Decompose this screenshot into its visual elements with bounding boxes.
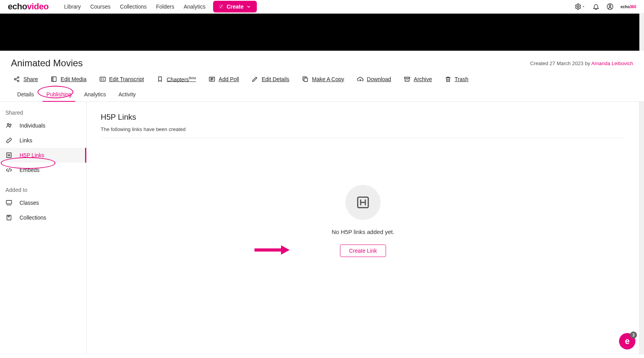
chevron-down-icon [246,4,251,9]
h5p-icon [5,152,12,159]
action-archive-label: Archive [414,76,432,82]
svg-point-11 [7,124,9,126]
sidebar-item-individuals-label: Individuals [20,122,45,129]
publishing-sidebar: Shared Individuals Links H5P Links Embed… [0,102,87,354]
action-chapters[interactable]: ChaptersBeta [157,76,196,83]
action-edit-media[interactable]: Edit Media [50,76,86,83]
svg-rect-6 [52,77,56,82]
nav-collections[interactable]: Collections [120,4,146,10]
sidebar-item-h5p-links[interactable]: H5P Links [0,148,86,163]
action-chapters-label: ChaptersBeta [167,76,196,83]
copy-icon [302,76,309,83]
account-button[interactable] [607,3,614,10]
primary-nav: Library Courses Collections Folders Anal… [64,4,205,10]
sidebar-item-classes[interactable]: Classes [0,195,86,210]
main-content: H5P Links The following links have been … [87,102,639,354]
sidebar-item-collections[interactable]: Collections [0,210,86,225]
quote-icon [99,76,106,83]
code-icon [5,167,12,174]
nav-folders[interactable]: Folders [156,4,174,10]
trash-icon [445,76,452,83]
logo[interactable]: echovideo [8,2,48,12]
nav-courses[interactable]: Courses [90,4,110,10]
action-trash-label: Trash [455,76,468,82]
sidebar-item-embeds[interactable]: Embeds [0,163,86,177]
action-download[interactable]: Download [357,76,391,83]
empty-state-message: No H5P links added yet. [332,229,395,235]
poll-icon [208,76,215,83]
tab-publishing[interactable]: Publishing [45,88,73,101]
scrollbar[interactable] [639,14,644,51]
svg-rect-14 [6,200,12,204]
action-make-copy-label: Make A Copy [312,76,344,82]
action-edit-transcript-label: Edit Transcript [109,76,144,82]
action-toolbar: Share Edit Media Edit Transcript Chapter… [0,73,644,88]
download-cloud-icon [357,76,364,83]
action-edit-transcript[interactable]: Edit Transcript [99,76,144,83]
svg-point-0 [577,6,579,8]
main-description: The following links have been created [101,126,625,138]
svg-point-12 [10,124,11,126]
sidebar-item-classes-label: Classes [20,200,39,206]
tab-analytics[interactable]: Analytics [82,88,107,101]
gear-icon [575,3,582,10]
created-author[interactable]: Amanda Leibovich [591,60,633,66]
svg-rect-7 [100,77,105,82]
pencil-icon [251,76,258,83]
action-archive[interactable]: Archive [404,76,432,83]
sidebar-item-individuals[interactable]: Individuals [0,118,86,133]
scrollbar-main[interactable] [639,102,644,354]
help-widget-button[interactable]: e 3 [619,333,635,349]
nav-analytics[interactable]: Analytics [183,4,205,10]
book-icon [5,214,12,221]
h5p-box-icon [356,195,370,209]
created-prefix: Created 27 March 2023 by [530,60,591,66]
action-edit-details-label: Edit Details [262,76,289,82]
logo-video: video [27,2,48,11]
create-link-button[interactable]: Create Link [340,245,386,257]
filmstrip-icon [50,76,57,83]
sidebar-item-collections-label: Collections [20,214,46,221]
action-edit-details[interactable]: Edit Details [251,76,289,83]
share-icon [13,76,20,83]
create-button[interactable]: Create [213,1,257,12]
bell-icon [592,3,600,10]
action-trash[interactable]: Trash [445,76,468,83]
brand-echo360[interactable]: echo360 [621,5,636,9]
svg-rect-10 [404,77,410,78]
bookmark-icon [157,76,164,83]
people-icon [5,122,12,129]
user-circle-icon [607,3,614,10]
tab-details[interactable]: Details [16,88,36,101]
svg-marker-18 [281,245,290,255]
create-button-label: Create [226,4,244,10]
action-make-copy[interactable]: Make A Copy [302,76,344,83]
tab-activity[interactable]: Activity [117,88,137,101]
created-info: Created 27 March 2023 by Amanda Leibovic… [530,60,633,66]
title-row: Animated Movies Created 27 March 2023 by… [0,51,644,73]
sidebar-head-shared: Shared [0,107,86,118]
top-bar: echovideo Library Courses Collections Fo… [0,0,644,14]
settings-button[interactable] [575,3,585,10]
help-widget-letter: e [625,336,630,346]
video-banner [0,14,639,51]
action-add-poll[interactable]: Add Poll [208,76,239,83]
svg-rect-9 [304,78,308,82]
action-edit-media-label: Edit Media [60,76,86,82]
nav-library[interactable]: Library [64,4,81,10]
subtabs: Details Publishing Analytics Activity [0,88,644,102]
action-share[interactable]: Share [13,76,38,83]
annotation-arrow [254,245,290,255]
svg-rect-15 [7,215,11,220]
main-heading: H5P Links [101,113,625,122]
action-download-label: Download [367,76,391,82]
sidebar-item-links[interactable]: Links [0,133,86,148]
logo-echo: echo [8,2,27,11]
archive-icon [404,76,411,83]
action-share-label: Share [23,76,38,82]
notifications-button[interactable] [592,3,600,10]
empty-state: No H5P links added yet. Create Link [101,185,625,257]
sidebar-item-links-label: Links [20,137,32,144]
svg-point-2 [609,5,611,7]
sidebar-head-added: Added to [0,184,86,195]
